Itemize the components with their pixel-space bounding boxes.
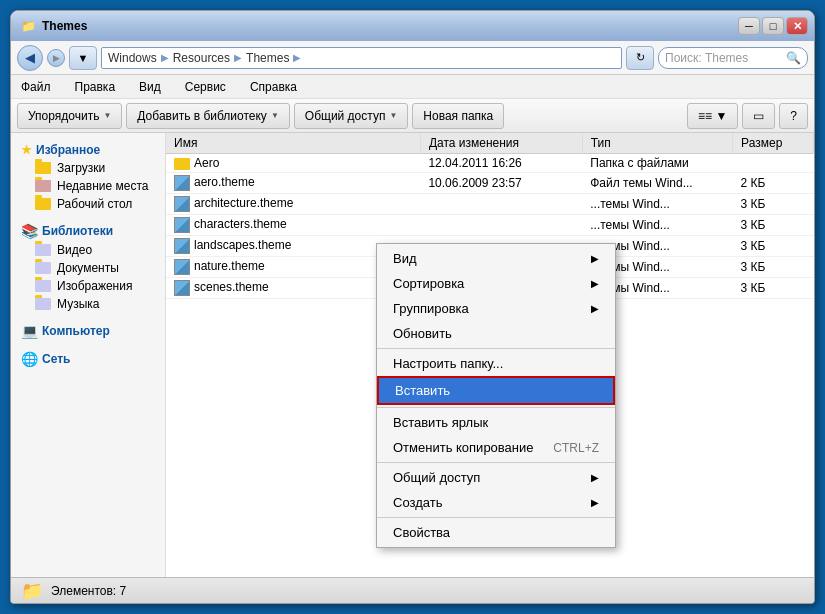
favorites-section: ★ Избранное Загрузки Недавние места Рабо… bbox=[11, 141, 165, 213]
table-row[interactable]: Aero 12.04.2011 16:26 Папка с файлами bbox=[166, 154, 814, 173]
view-toggle-button[interactable]: ≡≡ ▼ bbox=[687, 103, 738, 129]
context-menu-item[interactable]: Свойства bbox=[377, 520, 615, 545]
file-list-header: Имя Дата изменения Тип Размер bbox=[166, 133, 814, 154]
folder-icon-desktop bbox=[35, 198, 51, 210]
sidebar-item-music[interactable]: Музыка bbox=[11, 295, 165, 313]
folder-icon-docs bbox=[35, 262, 51, 274]
network-header[interactable]: 🌐 Сеть bbox=[11, 349, 165, 369]
title-bar-buttons: ─ □ ✕ bbox=[738, 17, 808, 35]
theme-icon bbox=[174, 238, 190, 254]
maximize-button[interactable]: □ bbox=[762, 17, 784, 35]
path-segment-resources: Resources bbox=[173, 51, 230, 65]
col-date[interactable]: Дата изменения bbox=[420, 133, 582, 154]
menu-view[interactable]: Вид bbox=[135, 78, 165, 96]
ctx-item-label: Вставить ярлык bbox=[393, 415, 488, 430]
add-library-button[interactable]: Добавить в библиотеку ▼ bbox=[126, 103, 289, 129]
new-folder-button[interactable]: Новая папка bbox=[412, 103, 504, 129]
organize-button[interactable]: Упорядочить ▼ bbox=[17, 103, 122, 129]
menu-file[interactable]: Файл bbox=[17, 78, 55, 96]
path-arrow-1: ▶ bbox=[161, 52, 169, 63]
main-area: ★ Избранное Загрузки Недавние места Рабо… bbox=[11, 133, 814, 577]
context-menu-item[interactable]: Создать ▶ bbox=[377, 490, 615, 515]
computer-section: 💻 Компьютер bbox=[11, 321, 165, 341]
search-box[interactable]: Поиск: Themes 🔍 bbox=[658, 47, 808, 69]
sidebar-item-downloads[interactable]: Загрузки bbox=[11, 159, 165, 177]
ctx-shortcut: CTRL+Z bbox=[553, 441, 599, 455]
libraries-header[interactable]: 📚 Библиотеки bbox=[11, 221, 165, 241]
folder-icon-music bbox=[35, 298, 51, 310]
network-icon: 🌐 bbox=[21, 351, 38, 367]
minimize-button[interactable]: ─ bbox=[738, 17, 760, 35]
sidebar-item-desktop[interactable]: Рабочий стол bbox=[11, 195, 165, 213]
table-row[interactable]: architecture.theme ...темы Wind... 3 КБ bbox=[166, 194, 814, 215]
forward-button[interactable]: ▶ bbox=[47, 49, 65, 67]
ctx-item-label: Вставить bbox=[395, 383, 450, 398]
ctx-item-right: CTRL+Z bbox=[553, 441, 599, 455]
ctx-item-right: ▶ bbox=[591, 278, 599, 289]
favorites-header[interactable]: ★ Избранное bbox=[11, 141, 165, 159]
folder-icon-images bbox=[35, 280, 51, 292]
context-menu-item[interactable]: Обновить bbox=[377, 321, 615, 346]
network-section: 🌐 Сеть bbox=[11, 349, 165, 369]
ctx-item-label: Настроить папку... bbox=[393, 356, 503, 371]
menu-service[interactable]: Сервис bbox=[181, 78, 230, 96]
context-menu-item[interactable]: Вид ▶ bbox=[377, 246, 615, 271]
folder-icon-downloads bbox=[35, 162, 51, 174]
toolbar: Упорядочить ▼ Добавить в библиотеку ▼ Об… bbox=[11, 99, 814, 133]
file-date: 10.06.2009 23:57 bbox=[420, 173, 582, 194]
theme-icon bbox=[174, 280, 190, 296]
context-menu-item[interactable]: Настроить папку... bbox=[377, 351, 615, 376]
refresh-button[interactable]: ↻ bbox=[626, 46, 654, 70]
context-menu-item[interactable]: Общий доступ ▶ bbox=[377, 465, 615, 490]
sidebar: ★ Избранное Загрузки Недавние места Рабо… bbox=[11, 133, 166, 577]
col-type[interactable]: Тип bbox=[582, 133, 732, 154]
context-menu-item[interactable]: Вставить ярлык bbox=[377, 410, 615, 435]
table-row[interactable]: characters.theme ...темы Wind... 3 КБ bbox=[166, 215, 814, 236]
ctx-item-label: Сортировка bbox=[393, 276, 464, 291]
share-arrow: ▼ bbox=[389, 111, 397, 120]
table-row[interactable]: aero.theme 10.06.2009 23:57 Файл темы Wi… bbox=[166, 173, 814, 194]
share-button[interactable]: Общий доступ ▼ bbox=[294, 103, 409, 129]
ctx-item-label: Общий доступ bbox=[393, 470, 480, 485]
ctx-item-right: ▶ bbox=[591, 303, 599, 314]
ctx-item-right: ▶ bbox=[591, 472, 599, 483]
context-menu-item[interactable]: Отменить копирование CTRL+Z bbox=[377, 435, 615, 460]
col-name[interactable]: Имя bbox=[166, 133, 420, 154]
theme-icon bbox=[174, 217, 190, 233]
sidebar-item-images[interactable]: Изображения bbox=[11, 277, 165, 295]
menu-edit[interactable]: Правка bbox=[71, 78, 120, 96]
context-menu-item[interactable]: Вставить bbox=[377, 376, 615, 405]
address-bar: ◀ ▶ ▼ Windows ▶ Resources ▶ Themes ▶ ↻ П… bbox=[11, 41, 814, 75]
path-arrow-3: ▶ bbox=[293, 52, 301, 63]
status-text: Элементов: 7 bbox=[51, 584, 126, 598]
context-menu-item[interactable]: Группировка ▶ bbox=[377, 296, 615, 321]
ctx-arrow-icon: ▶ bbox=[591, 472, 599, 483]
sidebar-item-docs[interactable]: Документы bbox=[11, 259, 165, 277]
file-size: 2 КБ bbox=[733, 173, 814, 194]
window-title: Themes bbox=[42, 19, 87, 33]
address-path[interactable]: Windows ▶ Resources ▶ Themes ▶ bbox=[101, 47, 622, 69]
file-name: Aero bbox=[166, 154, 420, 173]
path-segment-themes: Themes bbox=[246, 51, 289, 65]
back-button[interactable]: ◀ bbox=[17, 45, 43, 71]
menu-help[interactable]: Справка bbox=[246, 78, 301, 96]
file-name: architecture.theme bbox=[166, 194, 420, 215]
help-button[interactable]: ? bbox=[779, 103, 808, 129]
context-menu-item[interactable]: Сортировка ▶ bbox=[377, 271, 615, 296]
recent-button[interactable]: ▼ bbox=[69, 46, 97, 70]
folder-icon-video bbox=[35, 244, 51, 256]
ctx-item-label: Отменить копирование bbox=[393, 440, 534, 455]
folder-icon bbox=[174, 158, 190, 170]
pane-button[interactable]: ▭ bbox=[742, 103, 775, 129]
title-bar-left: 📁 Themes bbox=[21, 19, 87, 33]
computer-header[interactable]: 💻 Компьютер bbox=[11, 321, 165, 341]
sidebar-item-recent[interactable]: Недавние места bbox=[11, 177, 165, 195]
close-button[interactable]: ✕ bbox=[786, 17, 808, 35]
context-menu-separator bbox=[377, 517, 615, 518]
col-size[interactable]: Размер bbox=[733, 133, 814, 154]
star-icon: ★ bbox=[21, 143, 32, 157]
context-menu-separator bbox=[377, 407, 615, 408]
sidebar-item-video[interactable]: Видео bbox=[11, 241, 165, 259]
content-area: Имя Дата изменения Тип Размер Aero 12.04… bbox=[166, 133, 814, 577]
ctx-item-label: Создать bbox=[393, 495, 442, 510]
